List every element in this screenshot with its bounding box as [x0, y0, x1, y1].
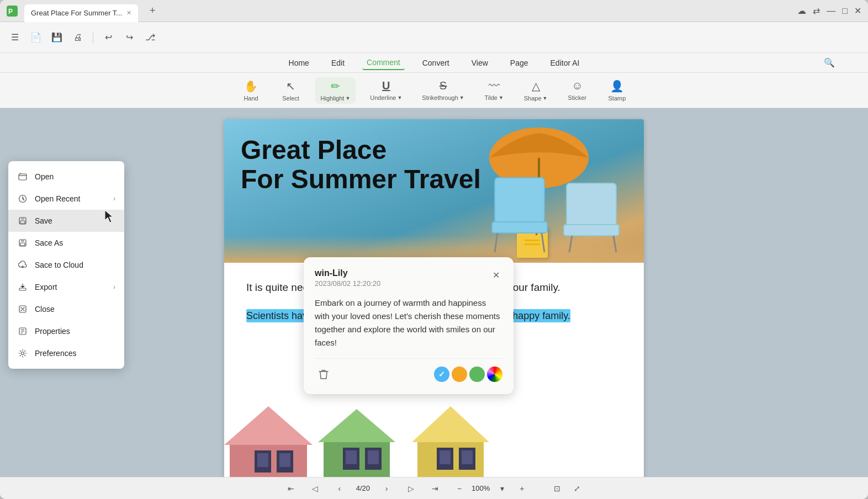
hand-tool[interactable]: ✋ Hand — [236, 76, 267, 105]
save-cloud-label: Sace to Cloud — [35, 261, 83, 269]
toolbar-left: ☰ 📄 💾 🖨 ↩ ↪ ⎇ — [7, 29, 158, 46]
cloud-icon[interactable]: ☁ — [797, 6, 806, 16]
menu-edit[interactable]: Edit — [327, 56, 349, 70]
search-icon[interactable]: 🔍 — [824, 57, 835, 68]
share-button[interactable]: ⎇ — [142, 29, 158, 46]
file-icon: 📄 — [28, 29, 44, 46]
svg-rect-17 — [257, 453, 268, 467]
expand-icon[interactable]: ⇄ — [813, 6, 820, 16]
tab-close-button[interactable]: ✕ — [126, 9, 131, 17]
save-button[interactable]: 💾 — [49, 29, 65, 46]
strikethrough-label: Strikethrough▼ — [422, 94, 464, 101]
underline-tool[interactable]: U Underline▼ — [364, 76, 407, 104]
color-swatch-rainbow[interactable] — [487, 367, 502, 382]
fit-page-button[interactable]: ⊡ — [549, 481, 565, 496]
prev-button[interactable]: ‹ — [332, 481, 347, 496]
menu-comment[interactable]: Comment — [362, 56, 405, 70]
select-label: Select — [282, 95, 299, 102]
comment-popup: win-Lily 2023/08/02 12:20:20 ✕ Embark on… — [304, 257, 514, 394]
svg-line-8 — [542, 233, 544, 252]
preferences-icon — [17, 348, 28, 359]
menu-home[interactable]: Home — [284, 56, 314, 70]
svg-line-7 — [495, 233, 497, 252]
file-menu-save[interactable]: Save — [8, 210, 124, 232]
hamburger-menu-button[interactable]: ☰ — [7, 29, 23, 46]
fullscreen-button[interactable]: ⤢ — [569, 481, 585, 496]
titlebar: P Great Place For Summer T... ✕ + ☁ ⇄ — … — [0, 0, 868, 22]
svg-rect-39 — [19, 288, 26, 290]
svg-rect-24 — [368, 450, 379, 464]
minimize-button[interactable]: — — [827, 6, 835, 16]
file-menu-open-recent[interactable]: Open Recent › — [8, 188, 124, 210]
file-menu-export[interactable]: Export › — [8, 276, 124, 298]
open-label: Open — [35, 172, 54, 181]
menu-editor-ai[interactable]: Editor AI — [546, 56, 584, 70]
comment-date: 2023/08/02 12:20:20 — [315, 279, 380, 288]
color-swatch-orange[interactable] — [452, 367, 467, 382]
open-icon — [17, 171, 28, 182]
svg-rect-18 — [279, 453, 290, 467]
sticker-icon: ☺ — [571, 79, 583, 92]
sticker-tool[interactable]: ☺ Sticker — [562, 76, 592, 104]
tilde-icon: 〰 — [489, 79, 500, 92]
file-menu-preferences[interactable]: Preferences — [8, 342, 124, 364]
properties-icon — [17, 326, 28, 337]
next-page-button[interactable]: ▷ — [403, 481, 419, 496]
pdf-header-text: Great Place For Summer Travel — [241, 136, 481, 194]
window-controls: P — [7, 6, 20, 17]
strikethrough-tool[interactable]: S Strikethrough▼ — [416, 76, 469, 104]
menu-page[interactable]: Page — [506, 56, 533, 70]
titlebar-right-icons: ☁ ⇄ — □ ✕ — [797, 6, 861, 16]
shape-tool[interactable]: △ Shape▼ — [518, 76, 553, 105]
menubar: Home Edit Comment Convert View Page Edit… — [0, 53, 868, 73]
file-menu-open[interactable]: Open — [8, 166, 124, 188]
export-label: Export — [35, 283, 57, 291]
app-icon: P — [7, 6, 18, 17]
undo-button[interactable]: ↩ — [100, 29, 117, 46]
file-menu-save-cloud[interactable]: Sace to Cloud — [8, 254, 124, 276]
svg-line-12 — [613, 236, 616, 252]
redo-button[interactable]: ↪ — [121, 29, 137, 46]
comment-color-swatches — [434, 367, 502, 382]
svg-text:P: P — [8, 8, 13, 15]
tilde-tool[interactable]: 〰 Tilde▼ — [479, 76, 510, 104]
zoom-in-button[interactable]: + — [514, 481, 530, 496]
comment-close-button[interactable]: ✕ — [489, 268, 502, 282]
open-recent-arrow: › — [113, 195, 115, 203]
next-button[interactable]: › — [379, 481, 394, 496]
active-tab[interactable]: Great Place For Summer T... ✕ — [24, 4, 138, 22]
save-as-icon — [17, 237, 28, 248]
highlight-tool[interactable]: ✏ Highlight▼ — [315, 77, 356, 104]
stamp-icon: 👤 — [610, 79, 624, 93]
shape-icon: △ — [532, 79, 540, 93]
prev-page-button[interactable]: ◁ — [308, 481, 323, 496]
menu-convert[interactable]: Convert — [418, 56, 454, 70]
close-button[interactable]: ✕ — [854, 6, 861, 16]
file-menu-properties[interactable]: Properties — [8, 320, 124, 342]
print-button[interactable]: 🖨 — [70, 29, 86, 46]
highlight-label: Highlight▼ — [321, 95, 351, 102]
svg-rect-31 — [19, 174, 27, 180]
svg-rect-35 — [20, 221, 25, 224]
select-tool[interactable]: ↖ Select — [276, 76, 306, 105]
app-window: P Great Place For Summer T... ✕ + ☁ ⇄ — … — [0, 0, 868, 499]
color-swatch-green[interactable] — [469, 367, 485, 382]
delete-comment-button[interactable] — [315, 365, 332, 383]
save-icon — [17, 215, 28, 226]
file-menu-save-as[interactable]: Sace As — [8, 232, 124, 254]
maximize-button[interactable]: □ — [842, 6, 848, 16]
stamp-tool[interactable]: 👤 Stamp — [601, 76, 632, 105]
first-page-button[interactable]: ⇤ — [283, 481, 299, 496]
zoom-out-button[interactable]: − — [452, 481, 467, 496]
file-menu-close[interactable]: Close — [8, 298, 124, 320]
zoom-area: − 100% ▾ + — [452, 481, 530, 496]
new-tab-button[interactable]: + — [145, 3, 160, 19]
pdf-houses — [224, 406, 583, 477]
properties-label: Properties — [35, 327, 70, 336]
svg-rect-37 — [21, 240, 24, 242]
color-swatch-blue[interactable] — [434, 367, 449, 382]
zoom-dropdown-button[interactable]: ▾ — [494, 481, 510, 496]
last-page-button[interactable]: ⇥ — [427, 481, 443, 496]
hand-icon: ✋ — [244, 79, 258, 93]
menu-view[interactable]: View — [467, 56, 493, 70]
